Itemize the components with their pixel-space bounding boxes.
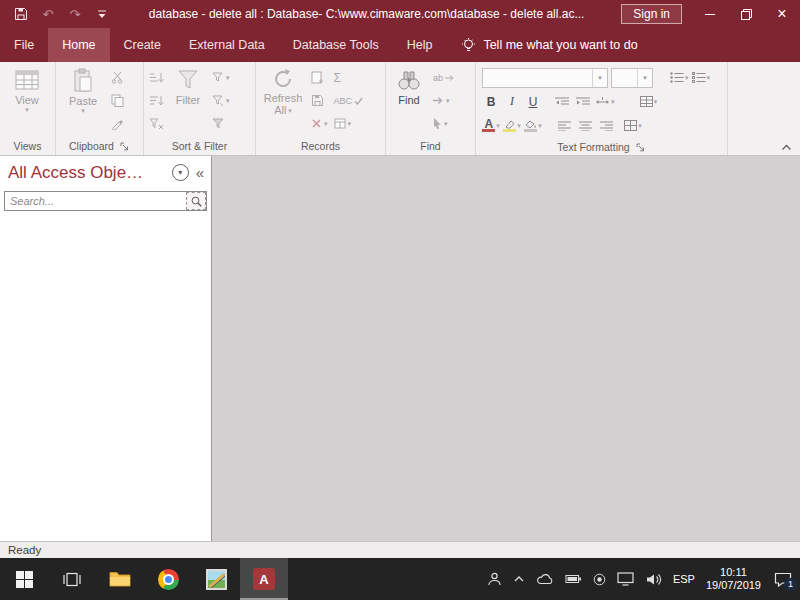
ribbon-group-views: View ▾ Views xyxy=(0,62,56,155)
clock-time: 10:11 xyxy=(706,566,761,579)
copy-button[interactable] xyxy=(108,91,127,111)
windows-logo-icon xyxy=(16,571,33,588)
save-icon[interactable] xyxy=(12,5,30,23)
tab-create[interactable]: Create xyxy=(110,28,176,62)
dropdown-caret-icon: ▾ xyxy=(611,98,615,105)
table-color-button[interactable]: ▾ xyxy=(640,92,658,112)
filter-icon xyxy=(175,68,201,92)
access-window: ↶ ↷ database - delete all : Database- C:… xyxy=(0,0,800,600)
action-center-button[interactable]: 1 xyxy=(774,572,792,587)
tab-help[interactable]: Help xyxy=(393,28,447,62)
datasheet-view-icon xyxy=(14,68,40,92)
group-label-text-formatting: Text Formatting xyxy=(557,141,629,153)
align-left-button[interactable] xyxy=(555,116,573,136)
image-editor-icon xyxy=(206,569,227,590)
font-size-combo[interactable]: ▾ xyxy=(611,68,653,88)
more-button[interactable]: ▾ xyxy=(331,114,367,134)
tab-database-tools[interactable]: Database Tools xyxy=(279,28,393,62)
decrease-indent-button[interactable] xyxy=(553,92,571,112)
abc-icon: ABC xyxy=(334,96,353,106)
nav-object-list xyxy=(0,211,211,541)
italic-button[interactable]: I xyxy=(503,92,521,112)
goto-button[interactable]: ▾ xyxy=(430,91,458,111)
binoculars-icon xyxy=(396,68,422,92)
file-explorer-button[interactable] xyxy=(96,558,144,600)
volume-icon[interactable] xyxy=(645,573,662,586)
titlebar: ↶ ↷ database - delete all : Database- C:… xyxy=(0,0,800,28)
network-icon[interactable] xyxy=(617,572,634,586)
text-formatting-dialog-launcher-icon[interactable] xyxy=(635,142,646,153)
tab-home[interactable]: Home xyxy=(48,28,109,62)
shutter-bar-close-icon[interactable]: « xyxy=(196,164,204,181)
tab-external-data[interactable]: External Data xyxy=(175,28,279,62)
toggle-filter-button[interactable] xyxy=(209,114,233,134)
align-center-button[interactable] xyxy=(576,116,594,136)
nav-menu-chevron-icon[interactable]: ▾ xyxy=(172,164,189,181)
filter-small-buttons: ▾ ▾ xyxy=(209,64,233,137)
bullets-button[interactable]: ▾ xyxy=(670,68,689,88)
numbering-button[interactable]: ▾ xyxy=(692,68,711,88)
tab-file[interactable]: File xyxy=(0,28,48,62)
undo-icon[interactable]: ↶ xyxy=(39,5,57,23)
show-hidden-icons-chevron-icon[interactable] xyxy=(513,575,525,583)
delete-record-button[interactable]: ▾ xyxy=(308,114,331,134)
selection-button[interactable]: ▾ xyxy=(209,68,233,88)
collapse-ribbon-icon[interactable] xyxy=(781,144,792,151)
tray-status-icon[interactable] xyxy=(593,573,606,586)
advanced-filter-button[interactable]: ▾ xyxy=(209,91,233,111)
dropdown-caret-icon: ▾ xyxy=(446,97,450,104)
language-indicator[interactable]: ESP xyxy=(673,573,695,585)
task-view-button[interactable] xyxy=(48,558,96,600)
background-color-button[interactable]: ▾ xyxy=(524,116,542,136)
redo-icon[interactable]: ↷ xyxy=(66,5,84,23)
qat-customize-icon[interactable] xyxy=(93,5,111,23)
search-input[interactable] xyxy=(5,192,186,210)
new-record-button[interactable] xyxy=(308,68,331,88)
ribbon-group-clipboard: Paste ▾ Clipboard xyxy=(56,62,144,155)
underline-button[interactable]: U xyxy=(524,92,542,112)
nav-pane-header: All Access Obje… ▾ « xyxy=(0,156,211,189)
replace-button[interactable]: ab xyxy=(430,68,458,88)
align-right-button[interactable] xyxy=(597,116,615,136)
clipboard-dialog-launcher-icon[interactable] xyxy=(119,141,130,152)
close-button[interactable]: × xyxy=(764,0,800,28)
font-color-button[interactable]: A ▾ xyxy=(482,116,500,136)
font-family-combo[interactable]: ▾ xyxy=(482,68,608,88)
find-button[interactable]: Find xyxy=(388,64,430,137)
minimize-button[interactable] xyxy=(692,0,728,28)
increase-indent-button[interactable] xyxy=(574,92,592,112)
bold-button[interactable]: B xyxy=(482,92,500,112)
battery-icon[interactable] xyxy=(565,574,582,584)
refresh-all-button[interactable]: Refresh All ▾ xyxy=(258,64,308,137)
paste-button[interactable]: Paste ▾ xyxy=(58,64,108,137)
cut-button[interactable] xyxy=(108,68,127,88)
tell-me-box[interactable]: Tell me what you want to do xyxy=(462,28,637,62)
search-go-button[interactable] xyxy=(186,192,206,210)
start-button[interactable] xyxy=(0,558,48,600)
clock[interactable]: 10:11 19/07/2019 xyxy=(706,566,761,592)
remove-sort-button[interactable] xyxy=(146,114,167,134)
format-painter-button[interactable] xyxy=(108,114,127,134)
ribbon-group-find: Find ab ▾ ▾ Find xyxy=(386,62,476,155)
chrome-button[interactable] xyxy=(144,558,192,600)
highlight-button[interactable]: ▾ xyxy=(503,116,521,136)
save-record-button[interactable] xyxy=(308,91,331,111)
text-direction-button[interactable]: ▾ xyxy=(595,92,615,112)
background-color-bar-icon xyxy=(524,129,537,132)
onedrive-cloud-icon[interactable] xyxy=(536,573,554,585)
restore-button[interactable] xyxy=(728,0,764,28)
view-button[interactable]: View ▾ xyxy=(2,64,52,137)
sign-in-button[interactable]: Sign in xyxy=(621,4,682,24)
font-color-bar-icon xyxy=(482,129,495,132)
gridlines-button[interactable]: ▾ xyxy=(624,116,642,136)
filter-button[interactable]: Filter xyxy=(167,64,209,137)
sort-descending-button[interactable] xyxy=(146,91,167,111)
totals-button[interactable]: Σ xyxy=(331,68,367,88)
access-taskbar-button[interactable]: A xyxy=(240,558,288,600)
quick-access-toolbar: ↶ ↷ xyxy=(0,5,122,23)
image-editor-button[interactable] xyxy=(192,558,240,600)
select-button[interactable]: ▾ xyxy=(430,114,458,134)
spelling-button[interactable]: ABC xyxy=(331,91,367,111)
sort-ascending-button[interactable] xyxy=(146,68,167,88)
people-icon[interactable] xyxy=(487,572,502,586)
